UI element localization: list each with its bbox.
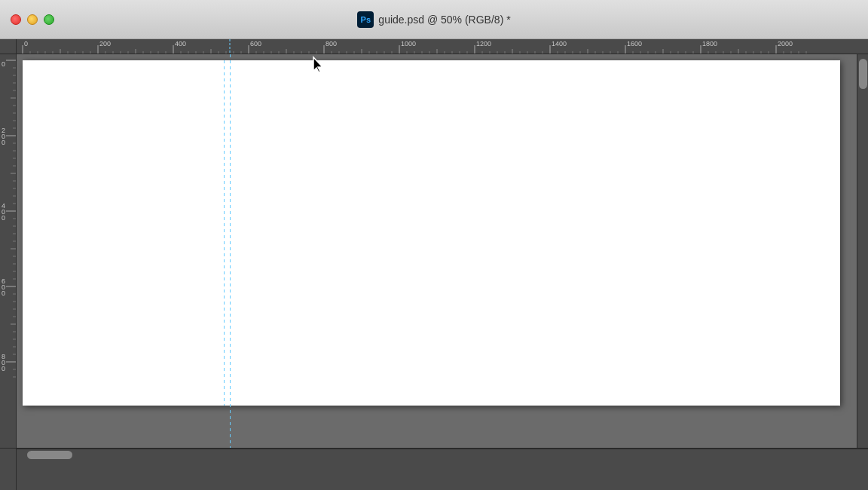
scrollbar-horizontal[interactable] — [17, 449, 868, 460]
ruler-h-svg: 0200400600800100012001400160018002000 — [17, 39, 868, 54]
ruler-corner — [0, 39, 17, 54]
photoshop-icon: Ps — [357, 11, 374, 28]
bottom-area — [0, 448, 868, 490]
svg-text:1000: 1000 — [401, 40, 416, 47]
svg-text:1600: 1600 — [627, 40, 642, 47]
svg-text:0: 0 — [2, 365, 5, 372]
svg-text:0: 0 — [2, 289, 5, 297]
svg-text:0: 0 — [24, 40, 28, 47]
canvas-document[interactable] — [23, 60, 840, 406]
svg-text:0: 0 — [2, 60, 5, 68]
window-title-text: guide.psd @ 50% (RGB/8) * — [378, 14, 510, 26]
svg-text:1800: 1800 — [702, 40, 717, 47]
svg-text:1400: 1400 — [552, 40, 567, 47]
svg-text:0: 0 — [2, 139, 5, 146]
svg-text:1200: 1200 — [476, 40, 491, 47]
svg-text:0: 0 — [2, 214, 5, 222]
guide-line-vertical[interactable] — [224, 60, 225, 406]
svg-text:600: 600 — [250, 40, 261, 47]
svg-text:200: 200 — [99, 40, 111, 47]
content-row: 0200400600800 — [0, 54, 868, 448]
maximize-button[interactable] — [44, 14, 54, 25]
close-button[interactable] — [11, 14, 21, 25]
scrollbar-v-thumb[interactable] — [859, 59, 867, 89]
ruler-v-svg: 0200400600800 — [0, 54, 16, 448]
ruler-vertical: 0200400600800 — [0, 54, 17, 448]
bottom-ruler-corner — [0, 449, 17, 490]
ruler-horizontal: 0200400600800100012001400160018002000 — [0, 39, 868, 54]
svg-text:400: 400 — [175, 40, 186, 47]
main-area: 0200400600800100012001400160018002000 02… — [0, 39, 868, 490]
canvas-area[interactable] — [17, 54, 857, 448]
window-title-group: Ps guide.psd @ 50% (RGB/8) * — [357, 11, 510, 28]
traffic-lights — [11, 14, 54, 25]
svg-text:800: 800 — [326, 40, 337, 47]
svg-text:2000: 2000 — [778, 40, 793, 47]
scrollbar-h-thumb[interactable] — [27, 451, 72, 459]
titlebar: Ps guide.psd @ 50% (RGB/8) * — [0, 0, 868, 39]
ruler-h-track: 0200400600800100012001400160018002000 — [17, 39, 868, 54]
scrollbar-vertical[interactable] — [857, 54, 868, 448]
minimize-button[interactable] — [27, 14, 38, 25]
